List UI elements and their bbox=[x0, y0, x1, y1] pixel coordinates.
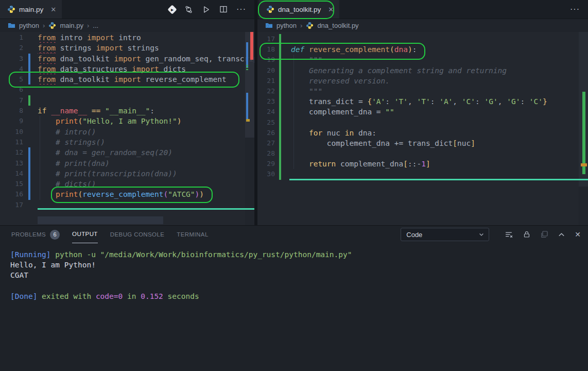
gutter-diff-marker bbox=[23, 158, 38, 168]
line-number[interactable]: 16 bbox=[0, 189, 23, 199]
code-line[interactable]: 8if __name__ == "__main__": bbox=[0, 106, 254, 116]
diff-overview-modified bbox=[246, 93, 248, 120]
code-line[interactable]: 19 """ bbox=[257, 55, 588, 65]
line-number[interactable]: 14 bbox=[0, 168, 23, 179]
line-number[interactable]: 30 bbox=[257, 169, 275, 179]
line-number[interactable]: 28 bbox=[257, 148, 275, 159]
line-number[interactable]: 4 bbox=[0, 64, 23, 74]
line-number[interactable]: 20 bbox=[257, 65, 275, 76]
code-line[interactable]: 28 bbox=[257, 148, 588, 159]
code-line[interactable]: 11 # strings() bbox=[0, 137, 254, 147]
line-number[interactable]: 1 bbox=[0, 32, 23, 43]
line-number[interactable]: 25 bbox=[257, 117, 275, 128]
line-number[interactable]: 21 bbox=[257, 76, 275, 86]
line-number[interactable]: 29 bbox=[257, 159, 275, 169]
line-number[interactable]: 2 bbox=[0, 43, 23, 53]
code-line[interactable]: 9 print("Hello, I am Python!") bbox=[0, 116, 254, 126]
line-number[interactable]: 19 bbox=[257, 55, 275, 65]
code-line[interactable]: 18def reverse_complement(dna): bbox=[257, 44, 588, 55]
diff-overview-modified bbox=[246, 42, 248, 68]
code-line[interactable]: 4from data_structures import dicts bbox=[0, 64, 254, 74]
vertical-scrollbar[interactable] bbox=[245, 32, 254, 225]
code-line[interactable]: 16 print(reverse_complement("ATCG")) bbox=[0, 189, 254, 199]
gutter-diff-marker bbox=[275, 55, 291, 65]
line-number[interactable]: 27 bbox=[257, 138, 275, 148]
run-python-file-icon[interactable] bbox=[202, 5, 211, 14]
close-panel-icon[interactable]: ✕ bbox=[575, 230, 581, 239]
runner-icon[interactable] bbox=[167, 5, 177, 14]
code-editor-main-py[interactable]: 1from intro import intro2from strings im… bbox=[0, 32, 254, 225]
line-number[interactable]: 23 bbox=[257, 96, 275, 107]
close-tab-icon[interactable]: ✕ bbox=[50, 6, 56, 13]
code-line[interactable]: 7 bbox=[0, 95, 254, 106]
line-number[interactable]: 11 bbox=[0, 137, 23, 147]
code-line[interactable]: 13 # print(dna) bbox=[0, 158, 254, 168]
gutter-diff-marker bbox=[23, 32, 38, 43]
breadcrumb-file[interactable]: main.py bbox=[60, 22, 83, 29]
line-number[interactable]: 5 bbox=[0, 74, 23, 85]
line-number[interactable]: 7 bbox=[0, 95, 23, 106]
code-line[interactable]: 23 trans_dict = {'A': 'T', 'T': 'A', 'C'… bbox=[257, 96, 588, 107]
more-actions-icon[interactable]: ··· bbox=[570, 5, 580, 14]
code-line[interactable]: 14 # print(transcription(dna)) bbox=[0, 168, 254, 179]
line-number[interactable]: 10 bbox=[0, 127, 23, 137]
code-line[interactable]: 29 return complement_dna[::-1] bbox=[257, 159, 588, 169]
code-line[interactable]: 22 """ bbox=[257, 86, 588, 96]
breadcrumb-folder[interactable]: python bbox=[19, 22, 39, 29]
source-control-graph-icon[interactable] bbox=[184, 5, 193, 14]
horizontal-scrollbar[interactable] bbox=[38, 216, 163, 224]
code-line[interactable]: 21 reveresed version. bbox=[257, 76, 588, 86]
code-line[interactable]: 17 bbox=[257, 34, 588, 44]
code-line[interactable]: 30 bbox=[257, 169, 588, 179]
line-number[interactable]: 17 bbox=[257, 34, 275, 44]
vertical-scrollbar[interactable] bbox=[579, 32, 588, 225]
line-number[interactable]: 26 bbox=[257, 128, 275, 138]
line-number[interactable]: 3 bbox=[0, 54, 23, 64]
open-output-in-editor-icon[interactable] bbox=[540, 230, 548, 239]
code-line[interactable]: 6 bbox=[0, 85, 254, 95]
line-number[interactable]: 15 bbox=[0, 179, 23, 189]
line-number[interactable]: 24 bbox=[257, 107, 275, 117]
line-number[interactable]: 17 bbox=[0, 200, 23, 210]
maximize-panel-icon[interactable] bbox=[558, 231, 565, 239]
chevron-right-icon: › bbox=[87, 22, 89, 29]
code-line[interactable]: 25 bbox=[257, 117, 588, 128]
output-console[interactable]: [Running] python -u "/media/Work/Work/bi… bbox=[0, 243, 588, 301]
tab-main-py[interactable]: main.py ✕ bbox=[0, 0, 62, 19]
line-number[interactable]: 9 bbox=[0, 116, 23, 126]
python-file-icon bbox=[266, 5, 274, 13]
code-line[interactable]: 24 complement_dna = "" bbox=[257, 107, 588, 117]
line-number[interactable]: 18 bbox=[257, 44, 275, 55]
tab-output[interactable]: OUTPUT bbox=[72, 226, 98, 243]
code-line[interactable]: 26 for nuc in dna: bbox=[257, 128, 588, 138]
line-number[interactable]: 8 bbox=[0, 106, 23, 116]
more-actions-icon[interactable]: ··· bbox=[236, 5, 246, 14]
code-line[interactable]: 15 # dicts() bbox=[0, 179, 254, 189]
tab-dna-toolkit-py[interactable]: dna_toolkit.py ✕ bbox=[259, 0, 339, 19]
line-number[interactable]: 22 bbox=[257, 86, 275, 96]
code-editor-dna-toolkit-py[interactable]: 1718def reverse_complement(dna):19 """20… bbox=[257, 32, 588, 225]
split-editor-icon[interactable] bbox=[219, 5, 228, 13]
code-line[interactable]: 12 # dna = gen_random_seq(20) bbox=[0, 147, 254, 158]
output-channel-select[interactable]: Code bbox=[401, 228, 489, 241]
tab-debug-console[interactable]: DEBUG CONSOLE bbox=[110, 226, 165, 243]
line-number[interactable]: 13 bbox=[0, 158, 23, 168]
line-number[interactable]: 6 bbox=[0, 85, 23, 95]
tab-problems[interactable]: PROBLEMS 6 bbox=[11, 226, 60, 243]
breadcrumb-folder[interactable]: python bbox=[276, 22, 297, 29]
tab-terminal[interactable]: TERMINAL bbox=[177, 226, 208, 243]
line-number[interactable]: 12 bbox=[0, 147, 23, 158]
code-line[interactable]: 10 # intro() bbox=[0, 127, 254, 137]
code-line[interactable]: 2from strings import strings bbox=[0, 43, 254, 53]
code-line[interactable]: 1from intro import intro bbox=[0, 32, 254, 43]
code-line[interactable]: 20 Generating a complement string and re… bbox=[257, 65, 588, 76]
breadcrumb-file[interactable]: dna_toolkit.py bbox=[317, 22, 358, 29]
clear-output-icon[interactable] bbox=[505, 230, 513, 239]
close-tab-icon[interactable]: ✕ bbox=[328, 6, 334, 13]
code-line[interactable]: 27 complement_dna += trans_dict[nuc] bbox=[257, 138, 588, 148]
code-line[interactable]: 3from dna_toolkit import gen_random_seq,… bbox=[0, 54, 254, 64]
breadcrumb-symbol[interactable]: ... bbox=[93, 22, 98, 29]
code-line[interactable]: 5from dna_toolkit import reverse_complem… bbox=[0, 74, 254, 85]
editor-actions-left: ··· bbox=[169, 0, 254, 19]
lock-icon[interactable] bbox=[523, 230, 531, 239]
